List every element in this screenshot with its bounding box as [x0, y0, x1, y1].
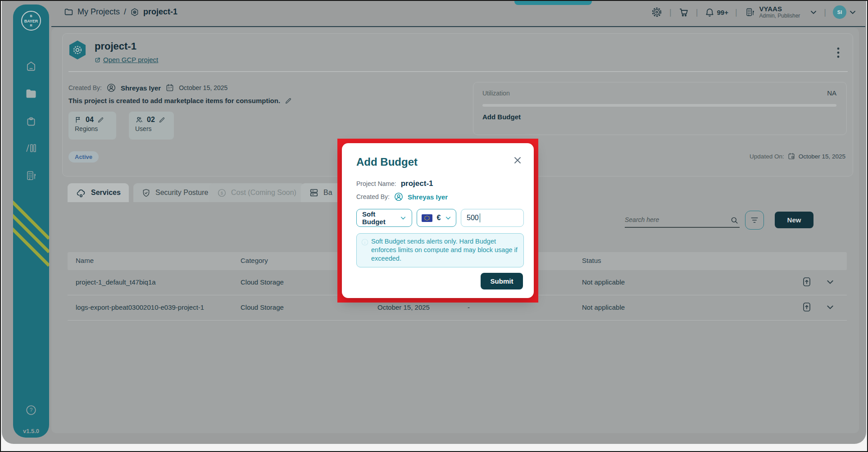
utilization-card: Utilization NA Add Budget: [473, 82, 847, 135]
tab-cost: $ Cost (Coming Soon): [209, 183, 304, 202]
project-title: project-1: [95, 41, 136, 52]
amount-input[interactable]: 500: [461, 209, 524, 227]
org-building-icon: [744, 6, 756, 18]
budget-type-select[interactable]: Soft Budget: [356, 209, 412, 227]
export-icon[interactable]: [802, 302, 812, 312]
calendar-icon: [787, 152, 795, 160]
col-status: Status: [582, 257, 601, 264]
chevron-down-icon: [849, 9, 856, 16]
edit-pencil-icon[interactable]: [159, 117, 165, 123]
utilization-label: Utilization: [482, 90, 510, 97]
organization-building-icon[interactable]: [24, 169, 38, 182]
header-separator: |: [824, 8, 826, 17]
col-name: Name: [76, 257, 94, 264]
utilization-value: NA: [827, 89, 836, 97]
app-version: v1.5.0: [13, 428, 49, 434]
search-icon[interactable]: [730, 216, 739, 225]
status-badge: Active: [68, 151, 99, 163]
highlight-annotation: Add Budget Project Name: project-1 Creat…: [337, 139, 538, 303]
sidebar-chevron-decor: [13, 194, 49, 275]
project-description: This project is created to add marketpla…: [68, 97, 292, 104]
server-icon: [309, 188, 319, 198]
kebab-menu-icon[interactable]: [837, 47, 840, 59]
col-category: Category: [241, 257, 268, 264]
home-icon[interactable]: [25, 60, 37, 72]
dollar-circle-icon: $: [217, 188, 227, 198]
users-chip[interactable]: 02 Users: [129, 112, 174, 140]
external-link-icon: [95, 57, 101, 63]
edit-pencil-icon[interactable]: [97, 117, 104, 123]
cell-date: October 15, 2025: [377, 303, 430, 311]
svg-text:R: R: [30, 24, 32, 27]
tab-security-posture[interactable]: Security Posture: [133, 183, 216, 202]
calendar-icon: [165, 83, 174, 92]
chevron-down-icon: [810, 9, 817, 16]
project-hex-icon: [130, 8, 139, 17]
breadcrumb-current: project-1: [143, 7, 177, 17]
filter-button[interactable]: [745, 211, 764, 230]
header-separator: |: [735, 8, 737, 17]
header-separator: |: [696, 8, 698, 17]
add-budget-modal: Add Budget Project Name: project-1 Creat…: [342, 143, 534, 298]
cell-name: project-1_default_t47biq1a: [76, 278, 156, 286]
avatar: SI: [833, 5, 846, 19]
project-name-value: project-1: [401, 179, 433, 188]
cloud-icon: [76, 188, 86, 198]
created-by-label: Created By:: [356, 193, 390, 200]
new-button[interactable]: New: [775, 212, 813, 228]
notifications[interactable]: 99+: [704, 7, 728, 18]
sidebar: BAYER B R ? v1.5: [13, 5, 49, 438]
filter-icon: [750, 216, 759, 224]
search-field: [625, 212, 740, 228]
regions-chip[interactable]: 04 Regions: [68, 112, 116, 140]
updated-on-value: October 15, 2025: [799, 153, 845, 160]
regions-label: Regions: [75, 125, 110, 132]
chevron-down-icon[interactable]: [826, 278, 834, 286]
project-name-label: Project Name:: [356, 180, 396, 187]
info-icon: [361, 238, 369, 246]
bayer-logo: BAYER B R: [21, 11, 41, 31]
created-by-label: Created By:: [68, 84, 102, 91]
search-input[interactable]: [625, 212, 726, 223]
export-icon[interactable]: [802, 276, 812, 287]
library-books-icon[interactable]: [25, 142, 37, 154]
svg-text:BAYER: BAYER: [24, 19, 38, 23]
updated-on-label: Updated On:: [750, 153, 784, 160]
cell-status: Not applicable: [582, 303, 625, 311]
text-caret: [480, 213, 481, 222]
chevron-down-icon[interactable]: [826, 303, 834, 311]
open-gcp-link[interactable]: Open GCP project: [95, 56, 158, 63]
edit-pencil-icon[interactable]: [285, 97, 292, 104]
person-icon: [106, 83, 116, 93]
svg-text:B: B: [30, 14, 32, 18]
marketplace-bag-icon[interactable]: [25, 115, 37, 127]
help-icon[interactable]: ?: [25, 404, 37, 416]
breadcrumb-root[interactable]: My Projects: [77, 7, 120, 17]
eu-flag-icon: [422, 214, 432, 222]
currency-symbol: €: [437, 214, 441, 222]
tab-services[interactable]: Services: [68, 183, 129, 202]
close-icon[interactable]: [513, 156, 522, 165]
currency-select[interactable]: €: [417, 209, 456, 227]
user-menu[interactable]: SI: [833, 5, 856, 19]
divider: [68, 71, 848, 72]
submit-button[interactable]: Submit: [481, 273, 523, 289]
created-by-value: Shreyas Iyer: [408, 193, 448, 201]
created-by-row: Created By: Shreyas Iyer October 15, 202…: [68, 83, 227, 93]
utilization-progressbar: [482, 104, 836, 107]
cell-status: Not applicable: [582, 278, 625, 286]
project-hex-badge: [68, 40, 87, 60]
org-switcher[interactable]: VYAAS Admin, Publisher: [744, 5, 818, 19]
add-budget-link[interactable]: Add Budget: [482, 113, 521, 121]
cart-icon[interactable]: [678, 7, 689, 18]
created-by-value: Shreyas Iyer: [121, 84, 161, 92]
settings-gear-icon[interactable]: [651, 6, 663, 18]
cell-name: logs-export-pbeat03002010-e039-project-1: [76, 303, 204, 311]
notification-count: 99+: [717, 9, 728, 16]
budget-info-box: Soft Budget sends alerts only. Hard Budg…: [356, 233, 524, 267]
svg-text:$: $: [221, 190, 223, 195]
chevron-down-icon: [400, 215, 406, 221]
flag-icon: [75, 116, 82, 124]
breadcrumb-separator: /: [124, 7, 126, 17]
projects-folder-icon[interactable]: [25, 87, 37, 100]
